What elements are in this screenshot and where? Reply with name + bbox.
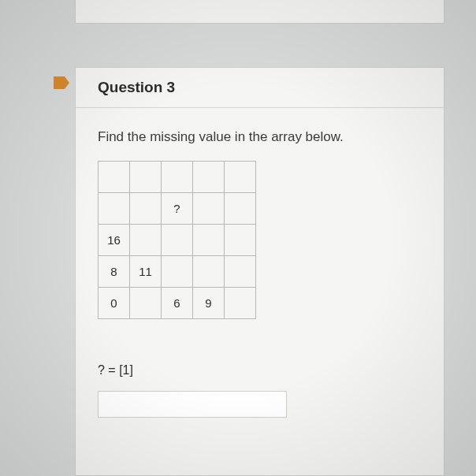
grid-cell: 9 [193, 288, 225, 319]
bookmark-icon [54, 76, 69, 89]
table-row [99, 162, 256, 193]
grid-cell [99, 193, 130, 225]
question-prompt: Find the missing value in the array belo… [98, 129, 344, 145]
answer-label: ? = [1] [98, 363, 133, 377]
table-row: 16 [99, 225, 256, 256]
grid-cell [225, 288, 256, 319]
grid-cell [130, 225, 162, 256]
grid-cell [225, 193, 256, 225]
grid-cell: 6 [162, 288, 193, 319]
grid-cell [193, 193, 225, 225]
grid-cell [162, 225, 193, 256]
grid-cell [193, 162, 225, 193]
grid-cell: ? [162, 193, 193, 225]
grid-cell [130, 162, 162, 193]
grid-cell [193, 225, 225, 256]
grid-cell [193, 256, 225, 288]
grid-cell [225, 256, 256, 288]
grid-cell [225, 225, 256, 256]
table-row: ? [99, 193, 256, 225]
grid-cell [162, 162, 193, 193]
question-title: Question 3 [98, 79, 175, 96]
table-row: 8 11 [99, 256, 256, 288]
answer-input[interactable] [98, 391, 287, 418]
previous-panel-bottom [75, 0, 444, 24]
grid-cell [130, 193, 162, 225]
grid-cell: 16 [99, 225, 130, 256]
grid-cell: 8 [99, 256, 130, 288]
table-row: 0 6 9 [99, 288, 256, 319]
grid-cell [130, 288, 162, 319]
grid-cell [99, 162, 130, 193]
divider [76, 107, 444, 108]
grid-cell [225, 162, 256, 193]
grid-cell: 0 [99, 288, 130, 319]
question-panel: Question 3 Find the missing value in the… [75, 67, 444, 476]
grid-cell [162, 256, 193, 288]
grid-cell: 11 [130, 256, 162, 288]
array-grid: ? 16 8 11 0 6 9 [98, 161, 256, 319]
